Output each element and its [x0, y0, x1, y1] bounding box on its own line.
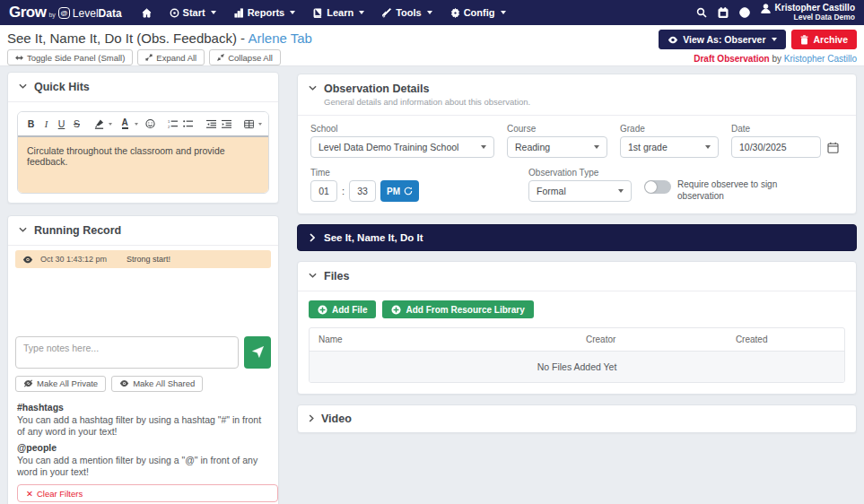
expand-all-button[interactable]: Expand All — [137, 49, 205, 65]
record-entry[interactable]: Oct 30 1:43:12 pm Strong start! — [15, 250, 271, 268]
date-input[interactable] — [731, 136, 821, 158]
make-all-private-button[interactable]: Make All Private — [15, 376, 106, 392]
observee-link[interactable]: Arlene Tab — [248, 30, 311, 46]
plus-circle-icon — [318, 305, 327, 315]
chevron-down-icon — [594, 145, 599, 149]
indent-icon[interactable] — [220, 117, 233, 131]
send-note-button[interactable] — [244, 336, 271, 369]
quick-hits-panel: Quick Hits B I U S A — [7, 72, 279, 204]
hashtags-heading: #hashtags — [17, 402, 269, 413]
meridiem-label: PM — [387, 187, 400, 196]
meridiem-toggle-button[interactable]: PM — [380, 180, 419, 202]
nav-reports[interactable]: Reports — [227, 4, 303, 22]
emoji-icon[interactable] — [144, 117, 157, 131]
quick-hits-title: Quick Hits — [34, 81, 90, 93]
add-file-button[interactable]: Add File — [309, 300, 376, 318]
add-from-resource-library-button[interactable]: Add From Resource Library — [382, 300, 533, 318]
svg-text:1: 1 — [168, 119, 170, 124]
quick-hits-content[interactable]: Circulate throughout the classroom and p… — [18, 137, 268, 193]
time-minute-input[interactable] — [349, 180, 376, 202]
collapse-all-label: Collapse All — [228, 53, 273, 63]
strikethrough-icon[interactable]: S — [70, 117, 83, 131]
make-all-shared-button[interactable]: Make All Shared — [111, 376, 203, 392]
observation-type-value: Formal — [537, 186, 566, 196]
user-org: Level Data Demo — [775, 13, 855, 22]
app-logo[interactable]: Grow by @ LevelData — [9, 4, 122, 22]
collapse-icon — [217, 54, 224, 61]
expand-icon — [145, 54, 153, 61]
table-icon[interactable] — [242, 117, 256, 131]
calendar-icon[interactable] — [827, 142, 839, 153]
eye-icon — [668, 36, 678, 44]
chevron-down-icon — [309, 273, 317, 278]
chevron-down-icon — [19, 83, 27, 89]
nav-home[interactable] — [135, 4, 159, 22]
nav-learn[interactable]: Learn — [306, 4, 371, 22]
toggle-side-panel-button[interactable]: Toggle Side Panel (Small) — [7, 49, 133, 65]
chevron-right-icon — [310, 233, 315, 242]
paper-plane-icon — [252, 346, 264, 358]
people-help-text: You can add a mention filter by using a … — [17, 455, 269, 478]
calendar-icon[interactable] — [718, 7, 729, 18]
running-record-header[interactable]: Running Record — [8, 216, 278, 246]
gear-icon — [450, 8, 460, 18]
ordered-list-icon[interactable]: 12 — [166, 117, 179, 131]
bold-icon[interactable]: B — [24, 117, 38, 131]
observation-title: See It, Name It, Do It (Obs. Feedback) — [7, 30, 237, 46]
x-icon: ✕ — [26, 489, 33, 499]
add-from-resource-library-label: Add From Resource Library — [406, 305, 524, 315]
title-separator: - — [240, 30, 245, 46]
school-select[interactable]: Level Data Demo Training School — [310, 136, 494, 158]
outdent-icon[interactable] — [205, 117, 218, 131]
eye-icon — [119, 379, 129, 387]
collapse-all-button[interactable]: Collapse All — [209, 49, 281, 65]
chevron-down-icon — [19, 227, 27, 232]
nav-tools[interactable]: Tools — [375, 4, 440, 22]
quick-hits-header[interactable]: Quick Hits — [8, 73, 278, 102]
running-record-list: Oct 30 1:43:12 pm Strong start! — [8, 246, 278, 333]
svg-text:2: 2 — [168, 124, 170, 128]
time-hour-input[interactable] — [310, 180, 337, 202]
highlight-color-icon[interactable] — [92, 117, 106, 131]
text-color-icon[interactable]: A — [118, 117, 132, 131]
course-label: Course — [507, 124, 607, 134]
nav-start-label: Start — [183, 7, 205, 18]
course-select[interactable]: Reading — [507, 136, 607, 158]
observation-details-header[interactable]: Observation Details General details and … — [298, 74, 856, 116]
video-header[interactable]: Video — [298, 405, 856, 432]
nav-tools-label: Tools — [396, 7, 422, 18]
nav-start[interactable]: Start — [162, 4, 223, 22]
user-menu[interactable]: Kristopher Castillo Level Data Demo — [761, 3, 855, 22]
chevron-down-icon[interactable] — [258, 123, 262, 126]
notes-input[interactable] — [15, 336, 239, 369]
course-value: Reading — [515, 142, 550, 152]
underline-icon[interactable]: U — [55, 117, 68, 131]
video-panel: Video — [297, 404, 857, 433]
quick-hits-editor: B I U S A 12 — [17, 111, 269, 194]
grade-select[interactable]: 1st grade — [620, 136, 719, 158]
chevron-down-icon — [211, 11, 216, 14]
plus-circle-icon — [391, 305, 401, 315]
help-icon[interactable]: ? — [739, 7, 750, 18]
clear-filters-label: Clear Filters — [37, 489, 83, 499]
refresh-icon — [404, 187, 413, 196]
status-author-link[interactable]: Kristopher Castillo — [784, 54, 857, 64]
hashtags-help-text: You can add a hashtag filter by using a … — [17, 414, 269, 438]
observation-type-select[interactable]: Formal — [528, 180, 632, 202]
require-sign-toggle[interactable] — [644, 180, 671, 194]
archive-button[interactable]: Archive — [791, 30, 857, 49]
add-file-label: Add File — [332, 305, 367, 315]
files-header[interactable]: Files — [298, 262, 856, 291]
draft-status-badge: Draft Observation — [694, 54, 769, 64]
chevron-down-icon[interactable] — [109, 123, 112, 126]
see-it-name-it-section-bar[interactable]: See It, Name It, Do It — [297, 224, 857, 251]
eye-icon[interactable] — [22, 256, 33, 264]
nav-learn-label: Learn — [327, 7, 353, 18]
search-icon[interactable] — [696, 7, 707, 18]
clear-filters-button[interactable]: ✕ Clear Filters — [17, 484, 278, 502]
unordered-list-icon[interactable] — [181, 117, 195, 131]
nav-config[interactable]: Config — [443, 4, 513, 22]
chevron-down-icon[interactable] — [135, 123, 138, 126]
view-as-button[interactable]: View As: Observer — [659, 30, 786, 49]
italic-icon[interactable]: I — [39, 117, 53, 131]
